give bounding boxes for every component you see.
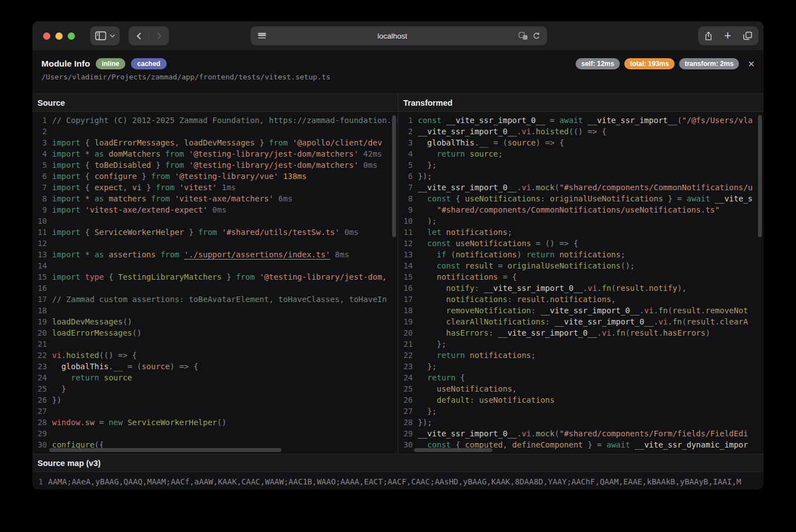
forward-button[interactable]	[157, 32, 162, 40]
code-line: 18	[32, 305, 398, 316]
code-line: 14 const result = originalUseNotificatio…	[398, 260, 764, 271]
window-close-button[interactable]	[43, 32, 50, 40]
code-line: 11import { ServiceWorkerHelper } from '#…	[32, 227, 398, 238]
chevron-down-icon	[110, 34, 115, 37]
code-line: 5 };	[398, 159, 764, 171]
sourcemap-line: 1 AAMA;AAeA,yBAAG,QAAQ,MAAM;AACf,aAAW,KA…	[32, 476, 764, 487]
transformed-vertical-scrollbar[interactable]	[758, 115, 762, 237]
code-line: 22 return notifications;	[398, 350, 764, 361]
window-zoom-button[interactable]	[68, 32, 75, 40]
code-line: 16 notify: __vite_ssr_import_0__.vi.fn(r…	[398, 283, 764, 294]
code-panels: Source 1// Copyright (C) 2012-2025 Zamma…	[32, 93, 764, 454]
code-line: 14	[32, 260, 398, 271]
window-minimize-button[interactable]	[55, 32, 63, 40]
code-line: 16	[32, 283, 398, 294]
nav-divider	[149, 31, 149, 41]
code-line: 29	[32, 428, 398, 439]
close-icon: ×	[748, 58, 755, 69]
code-line: 23 globalThis.__ = (source) => {	[32, 361, 398, 372]
source-panel-title: Source	[37, 98, 65, 107]
code-line: 22vi.hoisted(() => {	[32, 350, 398, 361]
sourcemap-title: Source map (v3)	[37, 459, 101, 468]
code-line: 20 hasErrors: __vite_ssr_import_0__.vi.f…	[398, 327, 764, 338]
sourcemap-line-number: 1	[32, 476, 43, 487]
traffic-lights	[43, 32, 75, 40]
browser-toolbar: localhost +	[32, 21, 764, 50]
code-line: 10 );	[398, 215, 764, 227]
module-info-header: Module Info inline cached self: 12ms tot…	[32, 50, 764, 86]
timing-metrics: self: 12ms total: 193ms transform: 2ms	[576, 58, 739, 69]
code-line: 27	[32, 406, 398, 417]
code-line: 2__vite_ssr_import_0__.vi.hoisted(() => …	[398, 126, 764, 137]
inline-badge: inline	[96, 58, 125, 69]
transformed-horizontal-scrollbar[interactable]	[414, 448, 492, 452]
code-line: 4 return source;	[398, 148, 764, 159]
code-line: 8import * as matchers from 'vitest-axe/m…	[32, 193, 398, 204]
code-line: 29__vite_ssr_import_0__.vi.mock("#shared…	[398, 428, 764, 439]
translate-icon[interactable]	[519, 32, 528, 40]
code-line: 7import { expect, vi } from 'vitest' 1ms	[32, 182, 398, 193]
source-panel: Source 1// Copyright (C) 2012-2025 Zamma…	[32, 94, 398, 454]
sourcemap-mappings: AAMA;AAeA,yBAAG,QAAQ,MAAM;AACf,aAAW,KAAK…	[48, 476, 741, 487]
code-line: 9import 'vitest-axe/extend-expect' 0ms	[32, 204, 398, 215]
source-panel-header: Source	[32, 94, 398, 112]
code-line: 12	[32, 238, 398, 249]
sidebar-icon	[95, 31, 106, 40]
code-line: 21	[32, 338, 398, 350]
code-line: 28window.sw = new ServiceWorkerHelper()	[32, 417, 398, 428]
source-horizontal-scrollbar[interactable]	[49, 448, 281, 452]
code-line: 24 return {	[398, 372, 764, 383]
sourcemap-body: 1 AAMA;AAeA,yBAAG,QAAQ,MAAM;AACf,aAAW,KA…	[32, 472, 764, 487]
reload-button[interactable]	[533, 32, 540, 40]
code-line: 1const __vite_ssr_import_0__ = await __v…	[398, 115, 764, 126]
code-line: 10	[32, 215, 398, 227]
close-button[interactable]: ×	[748, 58, 755, 69]
code-line: 21 };	[398, 338, 764, 350]
code-line: 9 "#shared/components/CommonNotification…	[398, 204, 764, 215]
tab-overview-button[interactable]	[743, 31, 752, 40]
nav-buttons	[129, 26, 169, 45]
toolbar-right-buttons: +	[698, 26, 759, 45]
code-line: 25 useNotifications,	[398, 383, 764, 394]
source-vertical-scrollbar[interactable]	[392, 115, 396, 237]
code-line: 7__vite_ssr_import_0__.vi.mock("#shared/…	[398, 182, 764, 193]
sidebar-toggle-button[interactable]	[90, 26, 120, 45]
code-line: 17// Zammad custom assertions: toBeAvata…	[32, 294, 398, 305]
code-line: 6});	[398, 171, 764, 182]
code-line: 28});	[398, 417, 764, 428]
share-button[interactable]	[704, 31, 713, 41]
code-line: 19 clearAllNotifications: __vite_ssr_imp…	[398, 316, 764, 327]
transformed-code: 1const __vite_ssr_import_0__ = await __v…	[398, 112, 764, 454]
code-line: 24 return source	[32, 372, 398, 383]
cached-badge: cached	[131, 58, 166, 69]
code-line: 8 const { useNotifications: originalUseN…	[398, 193, 764, 204]
new-tab-button[interactable]: +	[724, 30, 732, 42]
code-line: 23 };	[398, 361, 764, 372]
code-line: 13 if (notifications) return notificatio…	[398, 249, 764, 260]
code-line: 19loadDevMessages()	[32, 316, 398, 327]
sourcemap-header: Source map (v3)	[32, 454, 764, 472]
code-line: 15 notifications = {	[398, 271, 764, 283]
code-line: 2	[32, 126, 398, 137]
address-bar[interactable]: localhost	[251, 26, 547, 45]
code-line: 6import { configure } from '@testing-lib…	[32, 171, 398, 182]
code-line: 1// Copyright (C) 2012-2025 Zammad Found…	[32, 115, 398, 126]
plus-icon: +	[724, 30, 732, 42]
code-line: 27 };	[398, 406, 764, 417]
code-line: 3 globalThis.__ = (source) => {	[398, 137, 764, 148]
code-line: 13import * as assertions from './support…	[32, 249, 398, 260]
code-line: 20loadErrorMessages()	[32, 327, 398, 338]
code-line: 12 const useNotifications = () => {	[398, 238, 764, 249]
page-format-icon[interactable]	[258, 32, 266, 40]
code-line: 17 notifications: result.notifications,	[398, 294, 764, 305]
url-text[interactable]: localhost	[266, 32, 519, 40]
code-line: 5import { toBeDisabled } from '@testing-…	[32, 159, 398, 171]
code-line: 18 removeNotification: __vite_ssr_import…	[398, 305, 764, 316]
code-line: 26})	[32, 394, 398, 406]
total-time-badge: total: 193ms	[624, 58, 675, 69]
back-button[interactable]	[136, 32, 142, 40]
code-line: 15import type { TestingLibraryMatchers }…	[32, 271, 398, 283]
self-time-badge: self: 12ms	[576, 58, 620, 69]
code-line: 3import { loadErrorMessages, loadDevMess…	[32, 137, 398, 148]
module-path: /Users/vladimir/Projects/zammad/app/fron…	[41, 73, 755, 81]
